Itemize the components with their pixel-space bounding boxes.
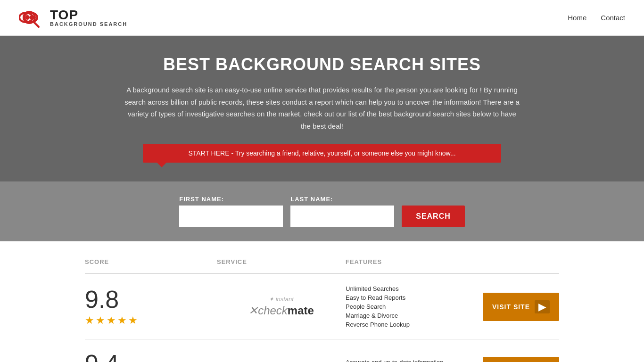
search-button[interactable]: SEARCH: [402, 206, 465, 227]
score-cell-2: 9.4 ★ ★ ★ ★ ★: [85, 351, 217, 362]
score-number-2: 9.4: [85, 351, 119, 362]
feature-2-0: Accurate and up-to-date information: [346, 359, 474, 362]
col-features: FEATURES: [346, 258, 474, 265]
star-4: ★: [117, 314, 127, 327]
page-title: BEST BACKGROUND SEARCH SITES: [9, 55, 635, 74]
visit-button-2[interactable]: VISIT SITE ▶: [483, 357, 559, 362]
last-name-input[interactable]: [290, 206, 394, 227]
first-name-group: FIRST NAME:: [179, 196, 283, 227]
col-score: SCORE: [85, 258, 217, 265]
last-name-label: LAST NAME:: [290, 196, 394, 203]
callout-text: START HERE - Try searching a friend, rel…: [188, 149, 455, 157]
first-name-label: FIRST NAME:: [179, 196, 283, 203]
logo: TOP BACKGROUND SEARCH: [19, 5, 127, 31]
star-3: ★: [107, 314, 116, 327]
logo-icon: [19, 5, 47, 31]
first-name-input[interactable]: [179, 206, 283, 227]
feature-1-0: Unlimited Searches: [346, 285, 474, 292]
logo-sub-text: BACKGROUND SEARCH: [50, 22, 127, 27]
table-row: 9.4 ★ ★ ★ ★ ★ PeopleLooker Accurate and …: [85, 340, 559, 362]
visit-cell-1: VISIT SITE ▶: [474, 293, 559, 321]
nav-contact[interactable]: Contact: [601, 14, 625, 22]
feature-1-2: People Search: [346, 303, 474, 310]
checkmate-brand: ✕checkmate: [248, 303, 314, 318]
arrow-icon-1: ▶: [535, 300, 550, 313]
nav-home[interactable]: Home: [568, 14, 586, 22]
table-header: SCORE SERVICE FEATURES: [85, 251, 559, 274]
feature-1-4: Reverse Phone Lookup: [346, 321, 474, 328]
star-5: ★: [128, 314, 138, 327]
logo-text: TOP BACKGROUND SEARCH: [50, 8, 127, 27]
logo-top-text: TOP: [50, 8, 127, 22]
hero-section: BEST BACKGROUND SEARCH SITES A backgroun…: [0, 36, 644, 181]
site-header: TOP BACKGROUND SEARCH Home Contact: [0, 0, 644, 36]
instant-label: ✦ instant: [248, 296, 314, 303]
stars-1: ★ ★ ★ ★ ★: [85, 314, 138, 327]
checkmate-logo: ✦ instant ✕checkmate: [248, 296, 314, 318]
feature-1-1: Easy to Read Reports: [346, 294, 474, 301]
main-nav: Home Contact: [568, 14, 625, 22]
last-name-group: LAST NAME:: [290, 196, 394, 227]
score-cell-1: 9.8 ★ ★ ★ ★ ★: [85, 287, 217, 327]
visit-label-1: VISIT SITE: [492, 303, 530, 311]
service-cell-1: ✦ instant ✕checkmate: [217, 296, 346, 318]
visit-cell-2: VISIT SITE ▶: [474, 357, 559, 362]
table-row: 9.8 ★ ★ ★ ★ ★ ✦ instant ✕checkmate Unlim…: [85, 274, 559, 340]
star-1: ★: [85, 314, 94, 327]
hero-description: A background search site is an easy-to-u…: [124, 84, 520, 132]
svg-line-5: [33, 22, 39, 27]
feature-1-3: Marriage & Divorce: [346, 312, 474, 319]
search-section: FIRST NAME: LAST NAME: SEARCH: [0, 181, 644, 241]
score-number-1: 9.8: [85, 287, 119, 312]
callout-bar: START HERE - Try searching a friend, rel…: [143, 144, 501, 163]
svg-point-2: [25, 15, 30, 20]
col-service: SERVICE: [217, 258, 346, 265]
visit-button-1[interactable]: VISIT SITE ▶: [483, 293, 559, 321]
results-table-section: SCORE SERVICE FEATURES 9.8 ★ ★ ★ ★ ★ ✦ i…: [0, 251, 644, 362]
features-cell-2: Accurate and up-to-date information Unli…: [346, 359, 474, 362]
star-2: ★: [96, 314, 105, 327]
col-action: [474, 258, 559, 265]
search-form: FIRST NAME: LAST NAME: SEARCH: [9, 196, 635, 227]
features-cell-1: Unlimited Searches Easy to Read Reports …: [346, 285, 474, 328]
